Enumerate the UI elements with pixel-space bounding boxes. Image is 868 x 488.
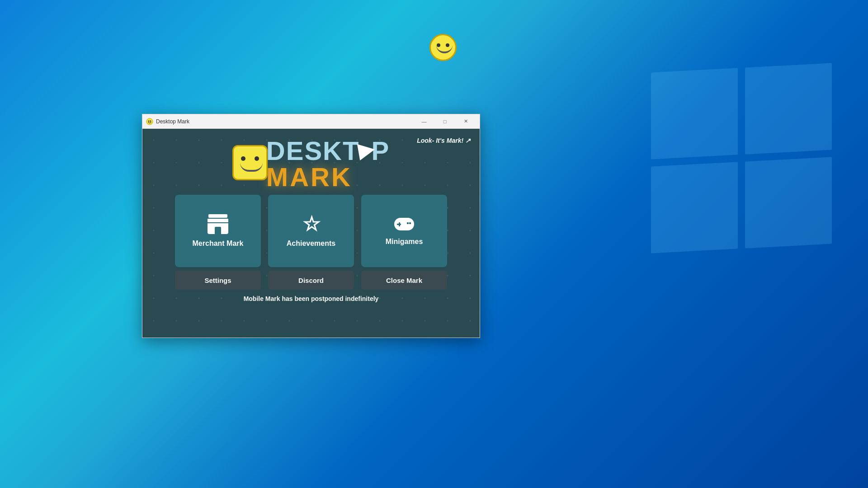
merchant-mark-button[interactable]: Merchant Mark xyxy=(175,195,261,267)
svg-point-1 xyxy=(148,120,150,122)
store-icon xyxy=(208,214,228,234)
logo-desktop-text: DESKT xyxy=(266,138,360,164)
minigames-label: Minigames xyxy=(386,238,423,246)
close-mark-button[interactable]: Close Mark xyxy=(361,271,447,290)
win-pane-tr xyxy=(745,63,832,155)
windows-logo-decoration xyxy=(651,68,832,249)
floating-mascot xyxy=(429,34,461,66)
store-top xyxy=(208,214,227,218)
app-window: Desktop Mark — □ ✕ Look- It's Mark! ↗ xyxy=(142,114,480,338)
minigames-button[interactable]: Minigames xyxy=(361,195,447,267)
svg-rect-5 xyxy=(397,224,401,225)
logo-container: DESKT ▶ P MARK xyxy=(232,138,390,190)
app-icon xyxy=(146,118,153,125)
logo-stack: DESKT ▶ P MARK xyxy=(232,138,390,190)
logo-mascot xyxy=(232,145,271,183)
logo-mascot-face xyxy=(232,145,268,180)
secondary-buttons-row: Settings Discord Close Mark xyxy=(175,271,447,290)
title-bar-title: Desktop Mark xyxy=(156,118,414,125)
star-icon: ☆ xyxy=(302,214,320,234)
title-bar-controls: — □ ✕ xyxy=(414,114,476,129)
mascot-eye-left xyxy=(437,43,440,47)
merchant-mark-label: Merchant Mark xyxy=(193,239,244,248)
win-pane-tl xyxy=(651,68,738,159)
win-pane-bl xyxy=(651,162,738,253)
minimize-button[interactable]: — xyxy=(414,114,434,129)
win-pane-br xyxy=(745,157,832,249)
logo-mark-text: MARK xyxy=(266,162,352,192)
svg-rect-6 xyxy=(407,222,409,224)
logo-top-row: DESKT ▶ P MARK xyxy=(232,138,390,190)
main-buttons-row: Merchant Mark ☆ Achievements xyxy=(175,195,447,267)
store-door xyxy=(215,227,221,234)
discord-button[interactable]: Discord xyxy=(268,271,354,290)
title-bar: Desktop Mark — □ ✕ xyxy=(142,114,480,129)
close-window-button[interactable]: ✕ xyxy=(455,114,476,129)
look-annotation: Look- It's Mark! ↗ xyxy=(417,137,471,144)
logo-op-text: P xyxy=(371,138,390,164)
achievements-label: Achievements xyxy=(287,239,336,248)
svg-rect-7 xyxy=(409,222,411,224)
logo-eye-left xyxy=(241,156,245,161)
logo-eye-right xyxy=(255,156,259,161)
store-mid xyxy=(208,219,228,222)
controller-icon xyxy=(392,216,416,232)
settings-button[interactable]: Settings xyxy=(175,271,261,290)
store-bottom xyxy=(208,223,228,234)
maximize-button[interactable]: □ xyxy=(434,114,455,129)
app-content: Look- It's Mark! ↗ xyxy=(142,129,480,338)
footer-text: Mobile Mark has been postponed indefinit… xyxy=(142,295,480,302)
mascot-face xyxy=(429,34,457,61)
mascot-eye-right xyxy=(446,43,449,47)
buttons-area: Merchant Mark ☆ Achievements xyxy=(142,195,480,290)
svg-point-2 xyxy=(150,120,151,122)
svg-point-0 xyxy=(146,118,153,125)
achievements-button[interactable]: ☆ Achievements xyxy=(268,195,354,267)
